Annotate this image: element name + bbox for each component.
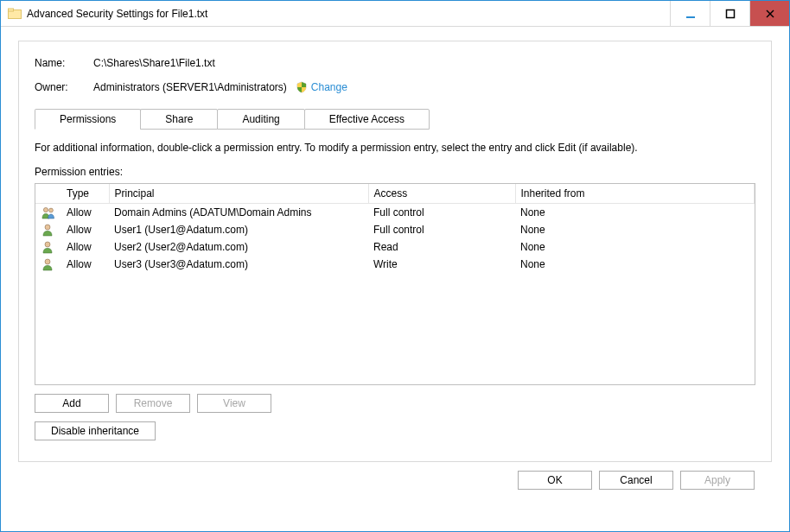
col-access[interactable]: Access xyxy=(368,184,515,204)
info-text: For additional information, double-click… xyxy=(35,142,755,154)
svg-point-8 xyxy=(45,225,50,230)
disable-inheritance-button[interactable]: Disable inheritance xyxy=(35,421,156,440)
tabs: Permissions Share Auditing Effective Acc… xyxy=(35,109,755,130)
view-button[interactable]: View xyxy=(197,394,271,413)
tab-label: Share xyxy=(165,113,193,125)
cell-inherited: None xyxy=(515,238,755,256)
svg-point-10 xyxy=(45,259,50,264)
tab-auditing[interactable]: Auditing xyxy=(217,109,304,130)
tab-permissions[interactable]: Permissions xyxy=(35,109,141,130)
cancel-button[interactable]: Cancel xyxy=(599,471,673,490)
inheritance-row: Disable inheritance xyxy=(35,421,755,440)
svg-rect-1 xyxy=(9,9,14,11)
svg-rect-2 xyxy=(686,16,695,18)
tab-effective-access[interactable]: Effective Access xyxy=(304,109,430,130)
cell-type: Allow xyxy=(61,221,109,238)
window-title: Advanced Security Settings for File1.txt xyxy=(27,8,207,20)
table-row[interactable]: AllowUser3 (User3@Adatum.com)WriteNone xyxy=(35,256,755,273)
maximize-button[interactable] xyxy=(710,1,749,26)
table-row[interactable]: AllowDomain Admins (ADATUM\Domain Admins… xyxy=(35,204,755,222)
permission-entries-label: Permission entries: xyxy=(35,166,755,178)
titlebar: Advanced Security Settings for File1.txt xyxy=(1,1,789,27)
change-owner-link[interactable]: Change xyxy=(311,81,347,93)
cell-access: Write xyxy=(368,256,515,273)
ok-button[interactable]: OK xyxy=(518,471,592,490)
cell-access: Full control xyxy=(368,204,515,222)
cell-type: Allow xyxy=(61,256,109,273)
close-button[interactable] xyxy=(749,1,789,26)
owner-row: Owner: Administrators (SERVER1\Administr… xyxy=(35,81,755,93)
cell-inherited: None xyxy=(515,221,755,238)
user-icon xyxy=(41,223,54,237)
col-icon[interactable] xyxy=(35,184,61,204)
col-principal[interactable]: Principal xyxy=(109,184,368,204)
permission-entries-box[interactable]: Type Principal Access Inherited from All… xyxy=(35,183,755,385)
cell-principal: User2 (User2@Adatum.com) xyxy=(109,238,368,256)
titlebar-left: Advanced Security Settings for File1.txt xyxy=(1,7,207,21)
tab-label: Permissions xyxy=(60,113,116,125)
content-area: Name: C:\Shares\Share1\File1.txt Owner: … xyxy=(1,27,789,504)
user-icon xyxy=(41,240,54,254)
owner-label: Owner: xyxy=(35,81,93,93)
entry-buttons-row: Add Remove View xyxy=(35,394,755,413)
name-row: Name: C:\Shares\Share1\File1.txt xyxy=(35,57,755,69)
cell-principal: Domain Admins (ADATUM\Domain Admins xyxy=(109,204,368,222)
svg-point-7 xyxy=(49,208,54,212)
inner-box: Name: C:\Shares\Share1\File1.txt Owner: … xyxy=(18,41,772,462)
dialog-buttons: OK Cancel Apply xyxy=(18,462,772,490)
name-label: Name: xyxy=(35,57,93,69)
owner-value: Administrators (SERVER1\Administrators) xyxy=(93,81,287,93)
table-row[interactable]: AllowUser1 (User1@Adatum.com)Full contro… xyxy=(35,221,755,238)
group-icon xyxy=(41,206,56,219)
cell-access: Read xyxy=(368,238,515,256)
cell-inherited: None xyxy=(515,204,755,222)
cell-inherited: None xyxy=(515,256,755,273)
name-value: C:\Shares\Share1\File1.txt xyxy=(93,57,215,69)
cell-principal: User3 (User3@Adatum.com) xyxy=(109,256,368,273)
cell-principal: User1 (User1@Adatum.com) xyxy=(109,221,368,238)
col-inherited[interactable]: Inherited from xyxy=(515,184,755,204)
add-button[interactable]: Add xyxy=(35,394,109,413)
cell-type: Allow xyxy=(61,238,109,256)
tab-share[interactable]: Share xyxy=(140,109,218,130)
permission-entries-table: Type Principal Access Inherited from All… xyxy=(35,184,755,273)
tab-label: Effective Access xyxy=(329,113,405,125)
remove-button[interactable]: Remove xyxy=(116,394,190,413)
window-controls xyxy=(670,1,789,26)
table-header-row: Type Principal Access Inherited from xyxy=(35,184,755,204)
svg-point-9 xyxy=(45,242,50,247)
apply-button[interactable]: Apply xyxy=(680,471,755,490)
col-type[interactable]: Type xyxy=(61,184,109,204)
user-icon xyxy=(41,257,54,271)
folder-icon xyxy=(8,7,22,21)
svg-point-6 xyxy=(43,207,48,212)
cell-type: Allow xyxy=(61,204,109,222)
shield-icon xyxy=(296,81,308,93)
table-row[interactable]: AllowUser2 (User2@Adatum.com)ReadNone xyxy=(35,238,755,256)
cell-access: Full control xyxy=(368,221,515,238)
minimize-button[interactable] xyxy=(670,1,710,26)
svg-rect-3 xyxy=(726,10,734,17)
tab-label: Auditing xyxy=(242,113,279,125)
